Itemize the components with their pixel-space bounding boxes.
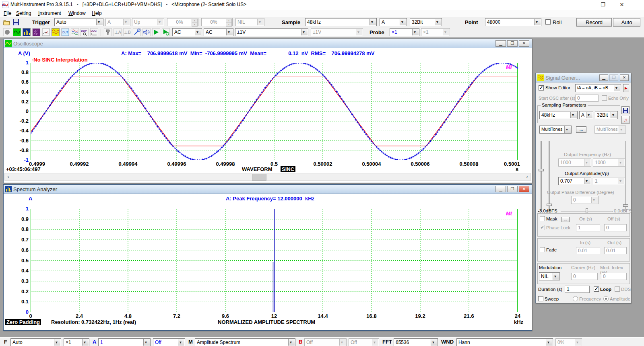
amplitude-a-combo[interactable]: 0.707: [558, 177, 591, 185]
sweep-amplitude-radio[interactable]: [603, 296, 609, 301]
slider-thumb[interactable]: [623, 204, 628, 207]
input-source-icon[interactable]: [104, 28, 112, 36]
roll-checkbox[interactable]: [545, 19, 551, 25]
output-level-master-slider[interactable]: [625, 141, 626, 212]
probe-b-combo[interactable]: ×1: [421, 28, 450, 36]
dropdown-arrow-icon[interactable]: [96, 19, 103, 25]
mask-on-input[interactable]: 1: [576, 224, 600, 231]
menu-window[interactable]: Window: [68, 10, 86, 16]
freq-mult-combo[interactable]: ×1: [64, 338, 89, 346]
frequency-a-combo[interactable]: 1000: [558, 159, 591, 167]
signal-generator-icon[interactable]: [52, 28, 60, 36]
menu-instrument[interactable]: Instrument: [38, 10, 61, 16]
osc-horizontal-scrollbar[interactable]: ‹ ›: [4, 173, 531, 181]
trigger-delay-spinner[interactable]: 0%: [201, 18, 233, 26]
slider-thumb[interactable]: [539, 169, 544, 171]
fade-checkbox[interactable]: [540, 247, 545, 252]
spin-down-icon[interactable]: [192, 23, 198, 27]
restore-button[interactable]: ❐: [507, 40, 518, 47]
derived-data-curve-icon[interactable]: [71, 28, 79, 36]
trigger-level-spinner[interactable]: 0%: [167, 18, 198, 26]
fft-size-combo[interactable]: 65536: [394, 338, 438, 346]
trigger-marker-a-icon[interactable]: ⊥A: [114, 28, 122, 36]
dropdown-arrow-icon[interactable]: [431, 339, 437, 346]
dropdown-arrow-icon[interactable]: [586, 112, 592, 118]
derived-data-point-icon[interactable]: DDP: [80, 28, 89, 36]
mod-index-input[interactable]: 0: [601, 273, 627, 280]
trigger-edge-combo[interactable]: Up: [132, 18, 164, 26]
carrier-input[interactable]: 0: [571, 273, 598, 280]
close-button[interactable]: ✕: [519, 40, 529, 47]
gen-channel-combo[interactable]: A: [579, 111, 593, 119]
signal-generator-titlebar[interactable]: Signal Gener... ▁ ❐ ✕: [536, 73, 631, 82]
osc-sinc-badge[interactable]: SINC: [281, 166, 295, 172]
coupling-b-combo[interactable]: AC: [204, 28, 233, 36]
freq-range-combo[interactable]: Auto: [10, 338, 61, 346]
dropdown-arrow-icon[interactable]: [54, 339, 60, 346]
ddc-icon[interactable]: DDC: [90, 28, 98, 36]
auto-button[interactable]: Auto: [613, 18, 640, 27]
close-button[interactable]: ✕: [616, 2, 628, 8]
dropdown-arrow-icon[interactable]: [400, 19, 406, 25]
a-gain-combo[interactable]: 1: [98, 338, 151, 346]
spectrum-analyzer-icon[interactable]: [23, 28, 31, 36]
dropdown-arrow-icon[interactable]: [143, 339, 150, 346]
restore-button[interactable]: ❐: [507, 186, 518, 192]
dropdown-arrow-icon[interactable]: [226, 29, 233, 35]
dropdown-arrow-icon[interactable]: [435, 19, 441, 25]
spec-zero-padding-badge[interactable]: Zero Padding: [5, 319, 41, 325]
save-icon[interactable]: [13, 19, 19, 25]
dropdown-arrow-icon[interactable]: [301, 29, 308, 35]
b-ref-combo[interactable]: Off: [349, 338, 379, 346]
sample-rate-combo[interactable]: 48kHz: [305, 18, 377, 26]
dropdown-arrow-icon[interactable]: [82, 339, 89, 346]
oscilloscope-icon[interactable]: [13, 28, 21, 36]
phase-lock-checkbox[interactable]: [540, 225, 545, 230]
multimeter-gauge-icon[interactable]: [42, 28, 50, 36]
range-b-combo[interactable]: ±1V: [311, 28, 363, 36]
menu-file[interactable]: File: [4, 10, 11, 16]
mask-off-input[interactable]: 0: [604, 224, 627, 231]
gen-save-button[interactable]: [621, 106, 630, 114]
dds-checkbox[interactable]: [615, 286, 620, 292]
dropdown-arrow-icon[interactable]: [412, 29, 419, 35]
loop-checkbox[interactable]: [594, 286, 599, 292]
phase-combo[interactable]: 0: [571, 196, 599, 204]
mode-combo[interactable]: Amplitude Spectrum: [195, 338, 295, 346]
gen-stream-button[interactable]: ♫: [621, 116, 630, 124]
gen-bits-combo[interactable]: 32Bit: [595, 111, 618, 119]
close-button[interactable]: ✕: [620, 74, 629, 81]
restore-button[interactable]: ❐: [609, 74, 618, 81]
modulation-mode-combo[interactable]: NIL: [539, 272, 560, 280]
open-icon[interactable]: [3, 19, 10, 25]
output-level-a-slider[interactable]: [541, 141, 542, 212]
minimize-button[interactable]: ▁: [495, 186, 506, 192]
run-icon[interactable]: [152, 28, 160, 36]
dropdown-arrow-icon[interactable]: [195, 29, 201, 35]
menu-setting[interactable]: Setting: [16, 10, 31, 16]
dropdown-arrow-icon[interactable]: [553, 273, 559, 280]
frequency-b-combo[interactable]: 1000: [593, 159, 625, 167]
probe-calibration-icon[interactable]: [133, 28, 141, 36]
sound-output-icon[interactable]: [142, 28, 151, 36]
dropdown-arrow-icon[interactable]: [611, 112, 617, 118]
waveform-more-button[interactable]: ...: [576, 126, 586, 133]
minimize-button[interactable]: ▁: [599, 74, 608, 81]
start-osc-input[interactable]: 0: [575, 95, 599, 102]
trigger-marker-b-icon[interactable]: ⊥B: [123, 28, 131, 36]
device-test-plan-icon[interactable]: DUT: [61, 28, 69, 36]
dropdown-arrow-icon[interactable]: [534, 19, 541, 25]
fade-in-input[interactable]: 0.01: [576, 247, 600, 254]
spectrum-titlebar[interactable]: Spectrum Analyzer ▁ ❐ ✕: [4, 185, 532, 194]
run-loop-icon[interactable]: [162, 28, 170, 36]
fade-out-input[interactable]: 0.01: [604, 247, 627, 254]
dropdown-arrow-icon[interactable]: [564, 126, 571, 133]
dropdown-arrow-icon[interactable]: [614, 85, 620, 91]
waveform-a-combo[interactable]: MultiTones: [539, 126, 572, 134]
scrollbar-thumb[interactable]: [252, 174, 266, 181]
waveform-b-combo[interactable]: MultiTones: [594, 126, 626, 134]
trigger-mode-combo[interactable]: Auto: [54, 18, 103, 26]
record-button[interactable]: Record: [576, 18, 612, 27]
trigger-source-combo[interactable]: A: [105, 18, 130, 26]
dropdown-arrow-icon[interactable]: [570, 112, 577, 118]
